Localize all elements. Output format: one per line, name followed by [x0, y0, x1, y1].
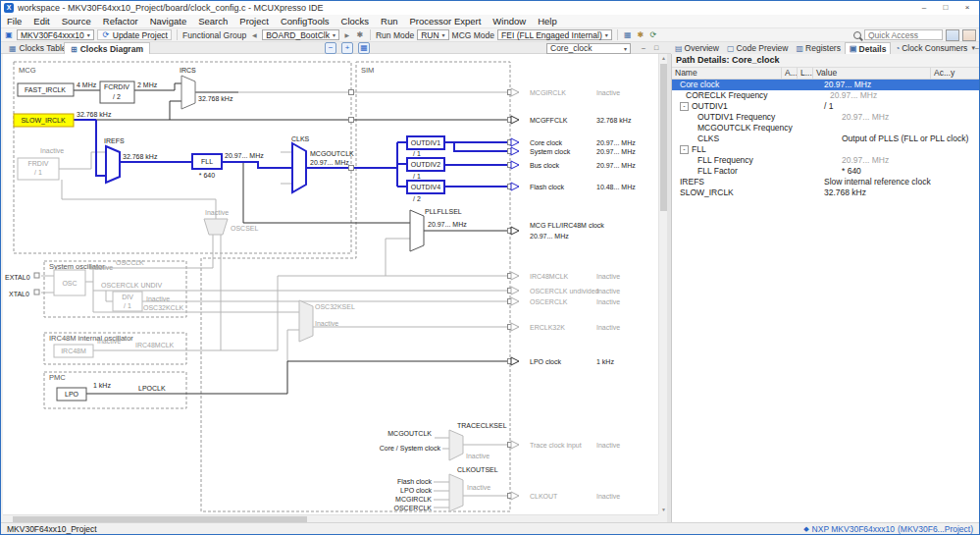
column-name[interactable]: Name — [672, 68, 782, 79]
details-row-slow-irclk[interactable]: SLOW_IRCLK 32.768 kHz — [672, 187, 979, 198]
fll-factor: * 640 — [199, 172, 215, 179]
output-system-clock-value: 20.97... MHz — [596, 148, 636, 155]
chevron-down-icon: ▾ — [624, 45, 627, 52]
osc32ksel-mux[interactable] — [299, 300, 313, 342]
vertical-scroll-thumb[interactable] — [660, 64, 667, 211]
outdiv2-label: OUTDIV2 — [411, 161, 440, 168]
column-a[interactable]: A... — [782, 68, 798, 79]
quick-access-input[interactable] — [864, 29, 943, 40]
irc48m-label: IRC48M — [61, 348, 86, 354]
minimize-panel-icon[interactable]: – — [975, 43, 979, 53]
details-row-mcgoutclk-frequency[interactable]: MCGOUTCLK Frequency — [672, 123, 979, 134]
menu-processor-expert[interactable]: Processor Expert — [403, 15, 487, 27]
details-row-coreclk-frequency[interactable]: CORECLK Frequency 20.97... MHz — [672, 90, 979, 101]
outdiv4-label: OUTDIV4 — [411, 184, 440, 190]
processor-combo[interactable]: MKV30F64xxx10 ▾ — [17, 29, 94, 40]
mcg-mode-combo[interactable]: FEI (FLL Engaged Internal) ▾ — [497, 29, 612, 40]
minimize-view-icon[interactable]: – — [639, 43, 648, 53]
code-preview-icon: ▢ — [727, 44, 735, 53]
device-icon: ◆ — [803, 525, 808, 533]
traceclksel-mux[interactable] — [449, 430, 463, 460]
details-row-fll-frequency[interactable]: FLL Frequency 20.97... MHz — [672, 155, 979, 166]
row-name: CLKS — [697, 134, 719, 144]
row-value — [821, 144, 979, 155]
ircs-mux[interactable] — [181, 76, 195, 109]
slow-irclk-label: SLOW_IRCLK — [21, 117, 65, 125]
clocks-diagram-canvas[interactable]: MCG SIM System oscillator IRC48M interna… — [3, 54, 658, 514]
details-row-core-clock[interactable]: Core clock 20.97... MHz — [672, 80, 979, 90]
tab-details[interactable]: ▣ Details — [845, 42, 891, 55]
status-project-link[interactable]: (MKV30F6...Project) — [898, 524, 973, 534]
fit-view-icon[interactable]: ▦ — [623, 30, 633, 40]
details-row-outdiv1[interactable]: OUTDIV1 / 1 — [672, 101, 979, 112]
chevron-down-icon: ▾ — [87, 31, 90, 38]
details-row-clks[interactable]: CLKS Output of PLLS (FLL or PLL clock) — [672, 134, 979, 144]
clkoutsel-mux[interactable] — [449, 474, 463, 511]
maximize-view-icon[interactable]: □ — [651, 43, 661, 53]
diagram-vertical-scrollbar[interactable]: ▲ ▼ — [658, 54, 667, 514]
menu-search[interactable]: Search — [192, 15, 233, 27]
column-value[interactable]: Value — [813, 68, 931, 79]
diagram-horizontal-scrollbar[interactable] — [3, 514, 658, 522]
clks-mux[interactable] — [292, 143, 306, 192]
column-l[interactable]: L... — [798, 68, 813, 79]
functional-group-combo[interactable]: BOARD_BootClk ▾ — [262, 29, 339, 40]
sim-section-label: SIM — [361, 66, 374, 75]
details-row-outdiv1-frequency[interactable]: OUTDIV1 Frequency 20.97... MHz — [672, 112, 979, 123]
menu-run[interactable]: Run — [375, 15, 403, 27]
output-irc48mclk-value: Inactive — [596, 273, 620, 280]
zoom-out-icon[interactable]: − — [325, 42, 336, 54]
gear-icon[interactable]: ✱ — [636, 30, 645, 40]
menu-edit[interactable]: Edit — [27, 15, 55, 27]
tab-clock-consumers[interactable]: ◔ Clock Consumers — [891, 42, 971, 54]
perspective-icon[interactable] — [946, 29, 959, 41]
menu-clocks[interactable]: Clocks — [335, 15, 376, 27]
menu-help[interactable]: Help — [532, 15, 563, 27]
update-project-button[interactable]: ⟳ Update Project — [97, 29, 172, 40]
details-row-fll-factor[interactable]: FLL Factor * 640 — [672, 166, 979, 177]
oscerclk-undiv-arrow-icon — [511, 287, 519, 294]
maximize-button[interactable]: □ — [937, 2, 954, 14]
output-arrows[interactable] — [511, 88, 519, 500]
column-accuracy[interactable]: Ac...y — [931, 68, 979, 79]
details-row-irefs[interactable]: IREFS Slow internal reference clock — [672, 177, 979, 187]
menu-window[interactable]: Window — [487, 15, 532, 27]
close-button[interactable]: × — [958, 2, 976, 14]
pllfllsel-label: PLLFLLSEL — [425, 208, 462, 215]
tab-clocks-table[interactable]: ▦ Clocks Table — [3, 42, 73, 54]
tab-clocks-diagram-label: Clocks Diagram — [80, 44, 143, 54]
menu-configtools[interactable]: ConfigTools — [275, 15, 335, 27]
zoom-in-icon[interactable]: + — [341, 42, 353, 54]
pllfllsel-mux[interactable] — [410, 210, 424, 251]
next-group-icon[interactable]: ▶ — [342, 30, 352, 40]
menu-refactor[interactable]: Refactor — [97, 15, 144, 27]
tab-registers[interactable]: ▥ Registers — [792, 42, 844, 54]
tab-code-preview[interactable]: ▢ Code Preview — [723, 42, 792, 54]
menu-navigate[interactable]: Navigate — [144, 15, 193, 27]
minimize-button[interactable]: – — [915, 2, 933, 14]
run-mode-combo[interactable]: RUN ▾ — [417, 29, 448, 40]
collapse-icon[interactable] — [680, 145, 689, 154]
outdiv2-div: / 1 — [413, 173, 421, 180]
search-icon[interactable] — [853, 31, 861, 39]
refresh-icon[interactable]: ⟳ — [648, 30, 658, 40]
perspective-clocks-icon[interactable] — [962, 29, 976, 41]
oscsel-mux[interactable] — [204, 219, 228, 235]
row-name: OUTDIV1 Frequency — [697, 112, 775, 123]
clock-path-combo[interactable]: Core_clock ▾ — [546, 43, 631, 54]
menu-source[interactable]: Source — [56, 15, 97, 27]
clks-freq: 20.97... MHz — [310, 159, 349, 166]
details-row-fll[interactable]: FLL — [672, 144, 979, 155]
output-mcgffclk-label: MCGFFCLK — [530, 117, 568, 124]
prev-group-icon[interactable]: ◀ — [249, 30, 259, 40]
status-device-name[interactable]: NXP MKV30F64xxx10 — [812, 524, 895, 534]
collapse-icon[interactable] — [680, 102, 689, 111]
tab-overview[interactable]: ▤ Overview — [671, 42, 723, 54]
zoom-fit-icon[interactable]: ▦ — [358, 42, 370, 54]
gear-icon[interactable]: ✱ — [355, 30, 365, 40]
menu-project[interactable]: Project — [233, 15, 275, 27]
menu-file[interactable]: File — [1, 15, 27, 27]
irefs-mux[interactable] — [106, 146, 120, 183]
main-toolbar: ▣ MKV30F64xxx10 ▾ ⟳ Update Project Funct… — [1, 28, 979, 42]
details-column-header[interactable]: Name A... L... Value Ac...y — [672, 68, 979, 80]
